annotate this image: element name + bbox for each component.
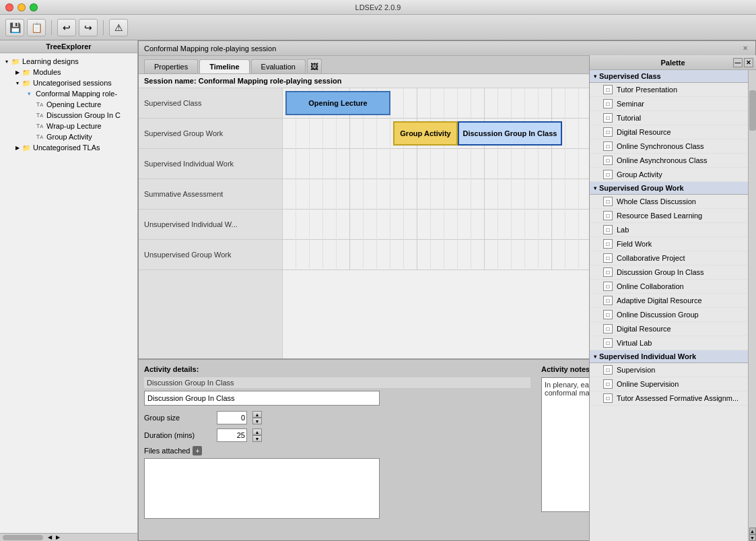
palette-section-supervised-individual[interactable]: ▾ Supervised Individual Work	[590, 350, 756, 363]
palette-header: Palette — ✕	[590, 55, 756, 70]
ta-icon-3: TA	[35, 121, 44, 131]
palette-item-tutorial[interactable]: □ Tutorial	[590, 111, 756, 125]
tree-arrow: ▾	[3, 57, 11, 65]
palette-item-adaptive-digital[interactable]: □ Adaptive Digital Resource	[590, 294, 756, 308]
save-button[interactable]: 💾	[5, 19, 24, 36]
tab-screenshot-button[interactable]: 🖼	[307, 59, 322, 73]
tree-item-learning-designs[interactable]: ▾ 📁 Learning designs	[0, 56, 137, 67]
palette-item-online-collab[interactable]: □ Online Collaboration	[590, 280, 756, 294]
palette-item-online-supervision[interactable]: □ Online Supervision	[590, 377, 756, 391]
palette-item-online-sync[interactable]: □ Online Synchronous Class	[590, 139, 756, 154]
activity-name-input[interactable]	[144, 391, 380, 406]
files-area	[144, 458, 380, 519]
group-size-input[interactable]	[217, 411, 247, 424]
palette-item-label: Online Synchronous Class	[617, 142, 704, 150]
scroll-up-btn[interactable]: ▲	[749, 528, 756, 534]
palette-minimize[interactable]: —	[733, 58, 743, 67]
duration-down[interactable]: ▼	[252, 435, 262, 442]
palette-item-label: Online Asynchronous Class	[617, 156, 708, 164]
window-controls[interactable]	[5, 3, 38, 11]
cell	[552, 179, 565, 210]
palette-item-field-work[interactable]: □ Field Work	[590, 237, 756, 251]
activity-block-discussion-group[interactable]: Discussion Group In Class	[458, 121, 562, 146]
titlebar: LDSEv2 2.0.9	[0, 0, 756, 15]
cell	[512, 240, 525, 270]
palette-item-lab[interactable]: □ Lab	[590, 223, 756, 237]
duration-spinner[interactable]: ▲ ▼	[252, 428, 262, 442]
cell	[471, 240, 485, 270]
document-close-button[interactable]: ✕	[741, 44, 750, 53]
palette-section-supervised-class[interactable]: ▾ Supervised Class	[590, 70, 756, 83]
palette-item-icon: □	[603, 393, 613, 403]
minimize-button[interactable]	[18, 3, 26, 11]
activity-block-opening-lecture[interactable]: Opening Lecture	[285, 91, 390, 115]
palette-item-virtual-lab[interactable]: □ Virtual Lab	[590, 336, 756, 350]
info-button[interactable]: ⚠	[109, 19, 128, 36]
cell	[390, 149, 404, 179]
main-layout: TreeExplorer ▾ 📁 Learning designs ▶ 📁 Mo…	[0, 40, 756, 541]
palette-item-online-discussion[interactable]: □ Online Discussion Group	[590, 308, 756, 322]
undo-button[interactable]: ↩	[57, 19, 76, 36]
group-size-spinner[interactable]: ▲ ▼	[252, 411, 262, 424]
nav-right[interactable]: ▶	[54, 534, 62, 541]
redo-button[interactable]: ↪	[79, 19, 98, 36]
group-size-down[interactable]: ▼	[252, 418, 262, 424]
palette-scroll-thumb[interactable]	[749, 90, 756, 131]
duration-up[interactable]: ▲	[252, 428, 262, 435]
cell	[444, 149, 458, 179]
tree-item-discussion-group[interactable]: TA Discussion Group In C	[0, 110, 137, 121]
block-label-discussion-group: Discussion Group In Class	[463, 129, 557, 137]
tree-item-wrap-up[interactable]: TA Wrap-up Lecture	[0, 121, 137, 131]
activity-block-group-activity[interactable]: Group Activity	[393, 121, 458, 146]
palette-scrollbar[interactable]: ▲ ▼	[748, 70, 756, 541]
palette-item-whole-class[interactable]: □ Whole Class Discussion	[590, 195, 756, 209]
maximize-button[interactable]	[30, 3, 38, 11]
add-file-button[interactable]: +	[193, 446, 202, 455]
palette-item-discussion-group-class[interactable]: □ Discussion Group In Class	[590, 265, 756, 280]
close-button[interactable]	[5, 3, 13, 11]
folder-icon: 📁	[22, 143, 31, 152]
cell	[565, 119, 579, 149]
tree-item-opening-lecture[interactable]: TA Opening Lecture	[0, 99, 137, 110]
export-button[interactable]: 📋	[27, 19, 46, 36]
palette-item-resource-based[interactable]: □ Resource Based Learning	[590, 209, 756, 223]
cell	[283, 210, 296, 240]
cell	[337, 149, 350, 179]
palette-item-tutor-presentation[interactable]: □ Tutor Presentation	[590, 83, 756, 97]
nav-left[interactable]: ◀	[46, 534, 54, 541]
tree-item-uncategorised-tlas[interactable]: ▶ 📁 Uncategorised TLAs	[0, 142, 137, 153]
duration-input[interactable]	[217, 428, 247, 442]
cell	[498, 210, 512, 240]
cell	[512, 88, 525, 119]
palette-item-online-async[interactable]: □ Online Asynchronous Class	[590, 154, 756, 168]
palette-item-tutor-assessed[interactable]: □ Tutor Assessed Formative Assignm...	[590, 391, 756, 406]
palette-item-icon: □	[603, 379, 613, 389]
cell	[485, 149, 498, 179]
tree-item-conformal-mapping[interactable]: ▾ Conformal Mapping role-	[0, 88, 137, 99]
palette-item-label: Adaptive Digital Resource	[617, 296, 702, 305]
palette-close[interactable]: ✕	[744, 58, 753, 67]
palette-item-collaborative-project[interactable]: □ Collaborative Project	[590, 251, 756, 265]
session-label: Session name:	[144, 77, 197, 85]
cell	[458, 179, 471, 210]
tree-scrollbar[interactable]: ◀ ▶	[0, 533, 137, 541]
tab-evaluation[interactable]: Evaluation	[251, 59, 306, 73]
palette-item-supervision[interactable]: □ Supervision	[590, 363, 756, 377]
palette-panel: Palette — ✕ Palette ▾ Supervised Class □…	[589, 55, 756, 541]
tab-timeline[interactable]: Timeline	[199, 59, 249, 73]
tree-item-group-activity[interactable]: TA Group Activity	[0, 131, 137, 142]
palette-section-supervised-group[interactable]: ▾ Supervised Group Work	[590, 182, 756, 195]
palette-item-group-activity[interactable]: □ Group Activity	[590, 168, 756, 182]
cell	[323, 240, 337, 270]
scroll-down-btn[interactable]: ▼	[749, 534, 756, 541]
group-size-up[interactable]: ▲	[252, 411, 262, 418]
tree-item-modules[interactable]: ▶ 📁 Modules	[0, 67, 137, 77]
cell	[323, 119, 337, 149]
tab-properties[interactable]: Properties	[144, 59, 198, 73]
palette-item-digital-resource[interactable]: □ Digital Resource	[590, 125, 756, 139]
tree-item-uncategorised-sessions[interactable]: ▾ 📁 Uncategorised sessions	[0, 77, 137, 88]
palette-item-icon: □	[603, 225, 613, 234]
palette-item-digital-resource-2[interactable]: □ Digital Resource	[590, 322, 756, 336]
scrollbar-thumb[interactable]	[3, 535, 43, 540]
palette-item-seminar[interactable]: □ Seminar	[590, 97, 756, 111]
